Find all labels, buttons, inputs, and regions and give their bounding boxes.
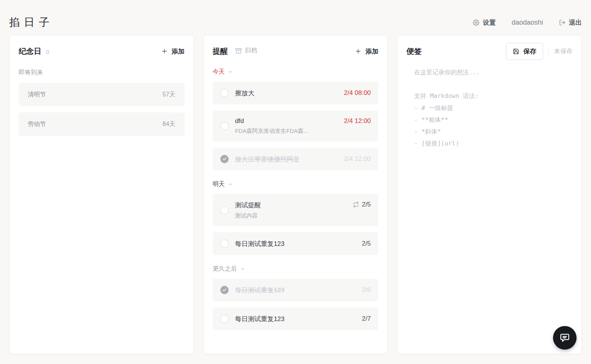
add-reminder-button[interactable]: 添加 <box>355 47 378 56</box>
chevron-down-icon <box>240 266 245 271</box>
plus-icon <box>355 48 361 54</box>
checkbox-circle-icon[interactable] <box>220 89 229 97</box>
reminder-title: 放大法带塞缝撒托阿是 <box>235 155 340 164</box>
unsaved-status: 未保存 <box>554 47 572 55</box>
chat-bubble-icon <box>559 332 570 343</box>
add-reminder-label: 添加 <box>365 47 378 56</box>
reminder-time: 2/4 12:00 <box>344 155 371 163</box>
notes-title: 便签 <box>406 46 422 57</box>
reminder-item[interactable]: dfd FDA森阿东发动发生FDA森... 2/4 12:00 <box>213 110 379 142</box>
divider <box>548 47 549 55</box>
reminder-item[interactable]: 每日测试重复123 2/7 <box>213 307 379 330</box>
reminder-subtitle: 测试内容 <box>235 212 348 219</box>
plus-icon <box>161 48 168 54</box>
notes-header: 便签 保存 未保存 <box>406 44 572 58</box>
check-circle-icon[interactable] <box>220 155 229 163</box>
header-actions: 设置 daodaoshi 退出 <box>473 18 582 27</box>
section-today-label: 今天 <box>213 68 225 76</box>
reminder-time: 2/6 <box>362 286 371 294</box>
checkbox-circle-icon[interactable] <box>220 122 229 130</box>
reminder-time: 2/5 <box>362 240 371 247</box>
save-button[interactable]: 保存 <box>506 43 543 60</box>
reminder-title: 擦放大 <box>235 89 340 98</box>
anniversary-name: 劳动节 <box>28 120 46 128</box>
checkbox-circle-icon[interactable] <box>220 240 229 248</box>
reminder-item[interactable]: 擦放大 2/4 08:00 <box>213 82 379 104</box>
reminder-title: dfd <box>235 117 340 125</box>
settings-label: 设置 <box>483 18 496 27</box>
checkbox-circle-icon[interactable] <box>220 206 229 214</box>
username: daodaoshi <box>512 19 543 27</box>
check-circle-icon[interactable] <box>220 286 229 294</box>
section-today[interactable]: 今天 <box>213 68 233 76</box>
reminder-title: 测试提醒 <box>235 201 348 210</box>
archive-label: 归档 <box>245 47 257 55</box>
reminder-item-completed[interactable]: 每日测试重复123 2/6 <box>213 279 379 301</box>
reminder-title: 每日测试重复123 <box>235 286 357 295</box>
logout-icon <box>559 19 566 26</box>
gear-icon <box>473 19 479 26</box>
chevron-down-icon <box>228 182 233 187</box>
anniversary-count: 0 <box>46 49 49 55</box>
floppy-disk-icon <box>513 48 519 55</box>
add-anniversary-button[interactable]: 添加 <box>161 47 185 56</box>
anniversary-card: 纪念日 0 添加 即将到来 清明节 57天 劳动节 84天 <box>9 35 194 354</box>
reminder-title: 每日测试重复123 <box>235 240 357 248</box>
reminder-item[interactable]: 测试提醒 测试内容 2/5 <box>213 194 379 226</box>
reminder-title: 每日测试重复123 <box>235 315 357 323</box>
reminder-time: 2/4 08:00 <box>344 89 371 97</box>
reminder-item-completed[interactable]: 放大法带塞缝撒托阿是 2/4 12:00 <box>213 148 379 170</box>
notes-card: 便签 保存 未保存 <box>397 35 582 354</box>
archive-button[interactable]: 归档 <box>235 47 257 55</box>
app-header: 掐日子 设置 daodaoshi 退出 <box>0 0 591 35</box>
reminder-time-text: 2/5 <box>362 201 371 208</box>
section-later-label: 更久之后 <box>213 265 237 273</box>
reminders-header: 提醒 归档 添加 <box>213 44 379 58</box>
anniversary-item-qingming[interactable]: 清明节 57天 <box>19 83 185 106</box>
main-columns: 纪念日 0 添加 即将到来 清明节 57天 劳动节 84天 提醒 <box>9 35 582 354</box>
checkbox-circle-icon[interactable] <box>220 315 229 323</box>
anniversary-name: 清明节 <box>28 91 46 99</box>
anniversary-item-laodong[interactable]: 劳动节 84天 <box>19 112 185 136</box>
app-title: 掐日子 <box>9 15 54 30</box>
reminder-subtitle: FDA森阿东发动发生FDA森... <box>235 128 340 135</box>
notes-textarea[interactable] <box>406 66 572 328</box>
settings-button[interactable]: 设置 <box>473 18 496 27</box>
anniversary-header: 纪念日 0 添加 <box>19 44 185 58</box>
reminder-time: 2/5 <box>353 201 371 208</box>
reminder-time: 2/7 <box>362 315 371 323</box>
reminders-card: 提醒 归档 添加 今天 <box>203 35 388 354</box>
section-later[interactable]: 更久之后 <box>213 265 245 273</box>
repeat-icon <box>353 202 359 208</box>
section-tomorrow-label: 明天 <box>213 180 225 188</box>
archive-box-icon <box>235 48 242 54</box>
add-anniversary-label: 添加 <box>172 47 185 56</box>
upcoming-label: 即将到来 <box>19 69 185 77</box>
anniversary-title: 纪念日 <box>19 46 41 57</box>
reminders-title: 提醒 <box>213 46 228 57</box>
save-label: 保存 <box>523 47 536 56</box>
chat-button[interactable] <box>553 326 577 350</box>
logout-button[interactable]: 退出 <box>559 18 582 27</box>
logout-label: 退出 <box>569 18 582 27</box>
reminder-time: 2/4 12:00 <box>344 117 371 125</box>
anniversary-days: 84天 <box>163 120 175 128</box>
anniversary-days: 57天 <box>163 91 175 99</box>
chevron-down-icon <box>228 69 233 74</box>
section-tomorrow[interactable]: 明天 <box>213 180 233 188</box>
reminder-item[interactable]: 每日测试重复123 2/5 <box>213 232 379 255</box>
